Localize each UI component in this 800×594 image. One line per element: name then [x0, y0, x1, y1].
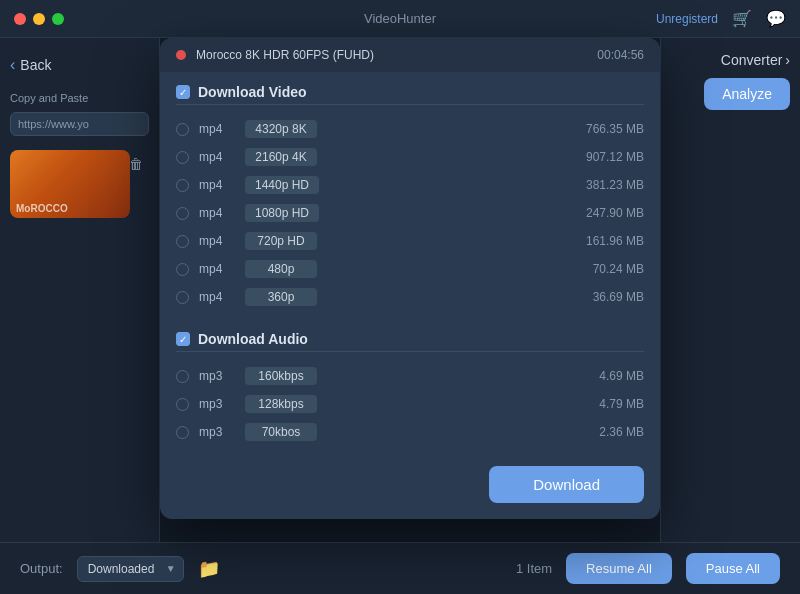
url-input[interactable] [10, 112, 149, 136]
back-arrow-icon: ‹ [10, 56, 15, 74]
converter-button[interactable]: Converter › [721, 52, 790, 68]
modal-overlay: Morocco 8K HDR 60FPS (FUHD) 00:04:56 Dow… [160, 38, 660, 542]
audio-format-2: mp3 [199, 425, 235, 439]
download-audio-section: Download Audio mp3 160kbps 4.69 MB mp3 1… [160, 319, 660, 454]
video-option-row: mp4 360p 36.69 MB [176, 283, 644, 311]
audio-quality-2: 70kbos [245, 423, 317, 441]
resume-all-button[interactable]: Resume All [566, 553, 672, 584]
audio-radio-2[interactable] [176, 426, 189, 439]
close-button[interactable] [14, 13, 26, 25]
video-option-row: mp4 4320p 8K 766.35 MB [176, 115, 644, 143]
video-option-row: mp4 720p HD 161.96 MB [176, 227, 644, 255]
size-5: 70.24 MB [572, 262, 644, 276]
format-6: mp4 [199, 290, 235, 304]
bottom-bar: Output: Downloaded ▼ 📁 1 Item Resume All… [0, 542, 800, 594]
video-radio-2[interactable] [176, 179, 189, 192]
sidebar: ‹ Back Copy and Paste MoROCCO 🗑 [0, 38, 160, 542]
video-option-row: mp4 1440p HD 381.23 MB [176, 171, 644, 199]
video-radio-1[interactable] [176, 151, 189, 164]
audio-checkbox[interactable] [176, 332, 190, 346]
middle-area: Morocco 8K HDR 60FPS (FUHD) 00:04:56 Dow… [160, 38, 660, 542]
quality-4: 720p HD [245, 232, 317, 250]
output-label: Output: [20, 561, 63, 576]
video-option-row: mp4 480p 70.24 MB [176, 255, 644, 283]
converter-arrow-icon: › [785, 52, 790, 68]
audio-size-0: 4.69 MB [572, 369, 644, 383]
format-1: mp4 [199, 150, 235, 164]
download-video-section: Download Video mp4 4320p 8K 766.35 MB mp… [160, 72, 660, 319]
minimize-button[interactable] [33, 13, 45, 25]
folder-icon[interactable]: 📁 [198, 558, 220, 580]
copy-paste-section: Copy and Paste [10, 92, 149, 136]
size-3: 247.90 MB [572, 206, 644, 220]
cart-icon[interactable]: 🛒 [732, 9, 752, 28]
output-select-wrapper: Downloaded ▼ [77, 556, 184, 582]
title-bar: VideoHunter Unregisterd 🛒 💬 [0, 0, 800, 38]
middle-with-right: Morocco 8K HDR 60FPS (FUHD) 00:04:56 Dow… [160, 38, 800, 542]
size-2: 381.23 MB [572, 178, 644, 192]
converter-label: Converter [721, 52, 782, 68]
audio-quality-0: 160kbps [245, 367, 317, 385]
modal-title: Morocco 8K HDR 60FPS (FUHD) [196, 48, 587, 62]
format-4: mp4 [199, 234, 235, 248]
download-video-label: Download Video [198, 84, 307, 100]
audio-format-1: mp3 [199, 397, 235, 411]
thumbnail: MoROCCO [10, 150, 130, 218]
size-4: 161.96 MB [572, 234, 644, 248]
download-button[interactable]: Download [489, 466, 644, 503]
format-5: mp4 [199, 262, 235, 276]
audio-quality-1: 128kbps [245, 395, 317, 413]
format-2: mp4 [199, 178, 235, 192]
size-1: 907.12 MB [572, 150, 644, 164]
video-radio-3[interactable] [176, 207, 189, 220]
audio-radio-1[interactable] [176, 398, 189, 411]
modal-header: Morocco 8K HDR 60FPS (FUHD) 00:04:56 [160, 38, 660, 72]
video-radio-5[interactable] [176, 263, 189, 276]
video-checkbox[interactable] [176, 85, 190, 99]
output-select[interactable]: Downloaded [77, 556, 184, 582]
download-audio-header: Download Audio [176, 331, 644, 352]
right-panel: Converter › Analyze [660, 38, 800, 542]
video-option-row: mp4 2160p 4K 907.12 MB [176, 143, 644, 171]
chat-icon[interactable]: 💬 [766, 9, 786, 28]
audio-option-row: mp3 128kbps 4.79 MB [176, 390, 644, 418]
audio-format-0: mp3 [199, 369, 235, 383]
back-label: Back [20, 57, 51, 73]
download-audio-label: Download Audio [198, 331, 308, 347]
quality-1: 2160p 4K [245, 148, 317, 166]
quality-6: 360p [245, 288, 317, 306]
video-radio-6[interactable] [176, 291, 189, 304]
quality-5: 480p [245, 260, 317, 278]
quality-0: 4320p 8K [245, 120, 317, 138]
audio-size-1: 4.79 MB [572, 397, 644, 411]
copy-paste-label: Copy and Paste [10, 92, 149, 104]
traffic-lights [14, 13, 64, 25]
audio-option-row: mp3 160kbps 4.69 MB [176, 362, 644, 390]
video-radio-0[interactable] [176, 123, 189, 136]
unregistered-link[interactable]: Unregisterd [656, 12, 718, 26]
quality-2: 1440p HD [245, 176, 319, 194]
format-0: mp4 [199, 122, 235, 136]
title-bar-right: Unregisterd 🛒 💬 [656, 9, 786, 28]
format-3: mp4 [199, 206, 235, 220]
video-option-row: mp4 1080p HD 247.90 MB [176, 199, 644, 227]
size-0: 766.35 MB [572, 122, 644, 136]
quality-3: 1080p HD [245, 204, 319, 222]
video-radio-4[interactable] [176, 235, 189, 248]
modal-duration: 00:04:56 [597, 48, 644, 62]
pause-all-button[interactable]: Pause All [686, 553, 780, 584]
audio-size-2: 2.36 MB [572, 425, 644, 439]
maximize-button[interactable] [52, 13, 64, 25]
delete-icon[interactable]: 🗑 [129, 156, 143, 172]
audio-option-row: mp3 70kbos 2.36 MB [176, 418, 644, 446]
audio-radio-0[interactable] [176, 370, 189, 383]
analyze-button[interactable]: Analyze [704, 78, 790, 110]
modal-footer: Download [160, 454, 660, 519]
modal-red-dot [176, 50, 186, 60]
main-layout: ‹ Back Copy and Paste MoROCCO 🗑 Morocco … [0, 38, 800, 542]
back-button[interactable]: ‹ Back [10, 52, 149, 78]
download-video-header: Download Video [176, 84, 644, 105]
item-count: 1 Item [516, 561, 552, 576]
app-title: VideoHunter [364, 11, 436, 26]
thumbnail-text: MoROCCO [16, 203, 68, 214]
